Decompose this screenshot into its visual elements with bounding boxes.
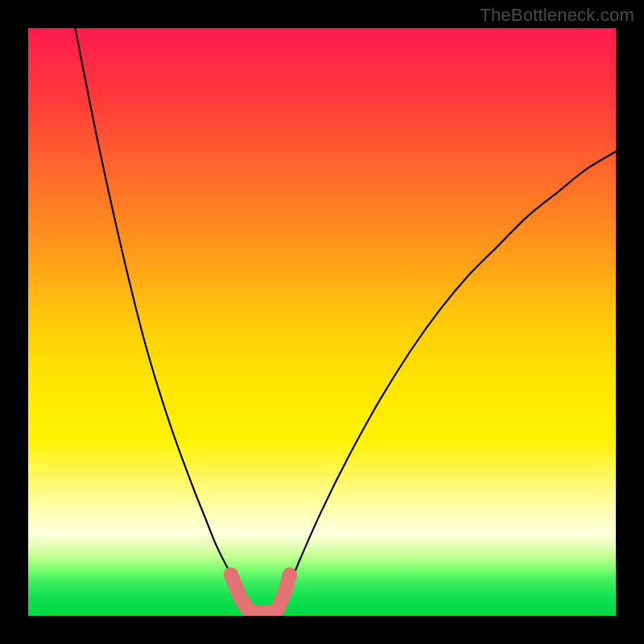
curve-layer	[75, 28, 616, 616]
marker-dot	[279, 582, 293, 597]
chart-frame: TheBottleneck.com	[0, 0, 644, 644]
marker-dot	[283, 568, 297, 582]
plot-area	[28, 28, 616, 616]
curve-left-curve	[75, 28, 251, 616]
curves-svg	[28, 28, 616, 616]
watermark-text: TheBottleneck.com	[480, 5, 634, 26]
marker-layer	[224, 568, 297, 616]
curve-right-curve	[275, 151, 616, 616]
